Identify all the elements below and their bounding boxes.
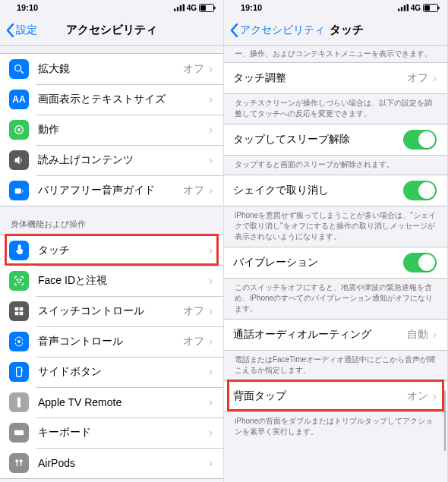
chevron-right-icon: › [433, 389, 437, 403]
appletv-remote-icon [9, 392, 29, 412]
row-value: オフ [183, 184, 204, 197]
row-display-text[interactable]: AA 画面表示とテキストサイズ › [0, 84, 223, 115]
svg-point-18 [17, 340, 21, 343]
row-label: 通話オーディオルーティング [233, 328, 407, 342]
row-side-button[interactable]: サイドボタン › [0, 357, 223, 387]
row-label: 画面表示とテキストサイズ [38, 93, 209, 106]
spoken-content-icon [9, 150, 29, 170]
chevron-right-icon: › [209, 456, 213, 470]
side-button-icon [9, 362, 29, 382]
chevron-right-icon: › [209, 244, 213, 257]
footer-call-audio: 電話またはFaceTimeオーディオ通話中にどこから音声が聞こえるか指定します。 [224, 351, 447, 380]
status-indicators: 4G [174, 2, 216, 13]
audio-desc-icon [9, 181, 29, 200]
svg-rect-11 [15, 188, 21, 194]
row-label: タッチ [38, 244, 209, 257]
row-shake-to-undo[interactable]: シェイクで取り消し [224, 175, 447, 206]
svg-point-7 [15, 65, 21, 71]
row-tap-to-wake[interactable]: タップしてスリープ解除 [224, 124, 447, 155]
magnifier-icon [9, 59, 29, 79]
page-title: タッチ [330, 23, 364, 37]
scroll-indicator [444, 390, 446, 451]
chevron-right-icon: › [433, 71, 437, 85]
voice-control-icon [9, 332, 29, 351]
row-touch-accommodations[interactable]: タッチ調整 オフ › [224, 63, 447, 93]
row-audio-descriptions[interactable]: バリアフリー音声ガイド オフ › [0, 175, 223, 206]
svg-rect-22 [14, 430, 24, 436]
signal-icon [398, 2, 409, 13]
chevron-right-icon: › [209, 123, 213, 137]
row-label: キーボード [38, 426, 209, 439]
row-label: 背面タップ [233, 389, 407, 403]
row-label: スイッチコントロール [38, 304, 183, 318]
chevron-right-icon: › [209, 274, 213, 288]
row-label: 音声コントロール [38, 335, 183, 348]
svg-rect-19 [17, 367, 22, 376]
status-indicators: 4G [398, 2, 440, 13]
battery-icon [423, 4, 440, 12]
chevron-right-icon: › [209, 426, 213, 439]
truncated-footer: ー、操作、およびコンテキストメニューを表示できます。 [224, 46, 447, 62]
status-bar: 19:10 4G [224, 0, 447, 15]
navbar: アクセシビリティ タッチ [224, 15, 447, 46]
chevron-right-icon: › [209, 304, 213, 318]
svg-rect-16 [15, 312, 19, 316]
row-label: タップしてスリープ解除 [233, 133, 403, 146]
row-touch[interactable]: タッチ › [0, 235, 223, 266]
chevron-left-icon [6, 24, 14, 37]
row-value: オフ [407, 71, 428, 85]
svg-line-8 [21, 71, 23, 73]
toggle-shake-to-undo[interactable] [403, 181, 437, 200]
row-magnifier[interactable]: 拡大鏡 オフ › [0, 54, 223, 84]
svg-rect-1 [177, 7, 178, 11]
footer-touch-accom: タッチスクリーンが操作しづらい場合は、以下の設定を調整してタッチへの反応を変更で… [224, 94, 447, 124]
svg-rect-2 [179, 5, 181, 11]
row-label: AirPods [38, 457, 209, 469]
svg-rect-14 [15, 307, 19, 311]
status-time: 19:10 [232, 3, 262, 12]
svg-rect-5 [200, 5, 206, 11]
row-label: 動作 [38, 123, 209, 137]
content-scroll[interactable]: ー、操作、およびコンテキストメニューを表示できます。 タッチ調整 オフ › タッ… [224, 46, 447, 482]
row-value: オフ [183, 62, 204, 76]
chevron-right-icon: › [209, 62, 213, 76]
svg-rect-32 [424, 5, 430, 11]
svg-rect-15 [20, 307, 24, 311]
text-size-icon: AA [9, 90, 29, 109]
section-header-physical: 身体機能および操作 [0, 206, 223, 235]
footer-tap-to-wake: タップすると画面のスリープが解除されます。 [224, 156, 447, 175]
row-call-audio-routing[interactable]: 通話オーディオルーティング 自動 › [224, 320, 447, 350]
network-label: 4G [411, 4, 421, 12]
row-appletv-remote[interactable]: Apple TV Remote › [0, 387, 223, 417]
row-faceid[interactable]: Face IDと注視 › [0, 266, 223, 296]
row-label: 拡大鏡 [38, 62, 183, 76]
back-button[interactable]: 設定 [6, 24, 37, 37]
row-back-tap[interactable]: 背面タップ オン › [224, 381, 447, 411]
keyboard-icon [9, 423, 29, 443]
network-label: 4G [187, 4, 197, 12]
back-button[interactable]: アクセシビリティ [230, 24, 325, 37]
content-scroll[interactable]: 拡大鏡 オフ › AA 画面表示とテキストサイズ › 動作 › 読み上げコンテン… [0, 46, 223, 482]
row-motion[interactable]: 動作 › [0, 115, 223, 145]
svg-rect-29 [403, 5, 405, 11]
svg-rect-17 [20, 312, 24, 316]
row-value: オン [407, 389, 428, 403]
row-keyboards[interactable]: キーボード › [0, 417, 223, 448]
svg-point-12 [17, 279, 17, 280]
svg-rect-26 [21, 462, 21, 466]
row-value: オフ [183, 335, 204, 348]
row-airpods[interactable]: AirPods › [0, 448, 223, 478]
right-phone-touch: 19:10 4G アクセシビリティ タッチ ー、操作、およびコンテキストメニュー… [224, 0, 448, 482]
chevron-right-icon: › [209, 153, 213, 167]
svg-point-10 [17, 128, 21, 131]
chevron-right-icon: › [209, 184, 213, 197]
faceid-icon [9, 271, 29, 291]
toggle-tap-to-wake[interactable] [403, 130, 437, 150]
toggle-vibration[interactable] [403, 253, 437, 273]
row-switch-control[interactable]: スイッチコントロール オフ › [0, 296, 223, 326]
row-voice-control[interactable]: 音声コントロール オフ › [0, 326, 223, 357]
row-label: シェイクで取り消し [233, 184, 403, 197]
row-spoken-content[interactable]: 読み上げコンテンツ › [0, 145, 223, 175]
chevron-right-icon: › [433, 328, 437, 342]
row-vibration[interactable]: バイブレーション [224, 247, 447, 278]
